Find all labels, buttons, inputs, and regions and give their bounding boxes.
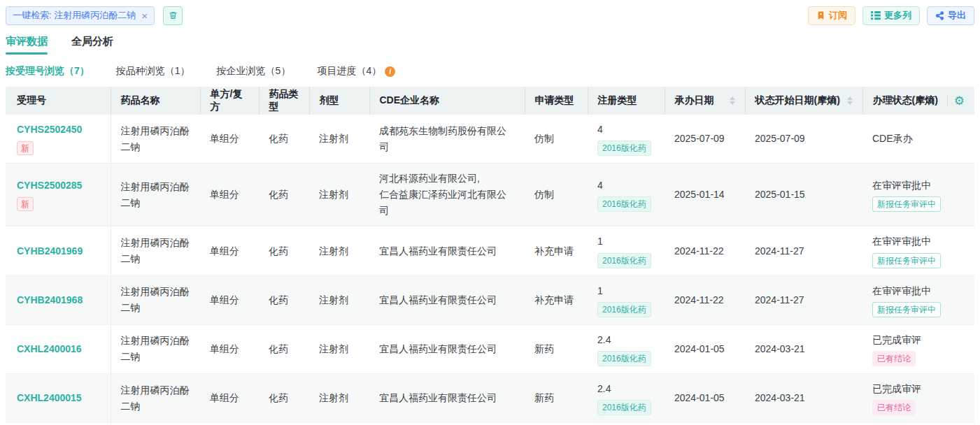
col-header-registration-type: 注册类型 (588, 87, 665, 115)
new-badge: 新 (17, 141, 34, 155)
dosage-form-cell: 注射剂 (309, 115, 369, 164)
company-cell: 成都苑东生物制药股份有限公司 (369, 115, 525, 164)
subtab-by-company-label: 按企业浏览（5） (217, 65, 291, 78)
acceptance-date-cell: 2025-01-14 (665, 164, 745, 226)
sort-carets-icon[interactable] (730, 96, 735, 105)
status-text: 在审评审批中 (872, 285, 931, 296)
status-badge: 已有结论 (872, 351, 916, 366)
acceptance-no-link[interactable]: CXHL2400015 (17, 390, 82, 406)
more-columns-button[interactable]: 更多列 (862, 6, 920, 25)
subtab-by-variety[interactable]: 按品种浏览（1） (116, 65, 190, 78)
acceptance-no-link[interactable]: CYHB2401968 (17, 292, 83, 308)
dosage-form-cell: 注射剂 (309, 324, 369, 373)
registration-tag: 2016版化药 (597, 302, 651, 317)
info-icon[interactable]: i (385, 66, 395, 77)
more-columns-label: 更多列 (884, 9, 911, 22)
drug-type-cell: 化药 (259, 374, 309, 423)
col-header-application-type: 申请类型 (525, 87, 588, 115)
registration-type-cell: 4 2016版化药 (588, 164, 665, 226)
page: 一键检索: 注射用磷丙泊酚二钠 × 订阅 更多列 导出 审评数据 (0, 0, 980, 425)
col-header-acceptance-date-label: 承办日期 (675, 94, 714, 107)
status-text: 已完成审评 (872, 334, 921, 345)
subtab-by-company[interactable]: 按企业浏览（5） (217, 65, 291, 78)
table-row: CYHS2502450 新 注射用磷丙泊酚二钠 单组分 化药 注射剂 成都苑东生… (6, 115, 974, 164)
col-header-acceptance-date: 承办日期 (665, 87, 745, 115)
composition-cell: 单组分 (200, 275, 259, 324)
sort-carets-icon[interactable] (847, 96, 853, 105)
col-header-composition: 单方/复方 (200, 87, 259, 115)
subtab-by-acceptance-no[interactable]: 按受理号浏览（7） (6, 65, 90, 78)
status-start-date-cell: 2025-01-15 (745, 164, 862, 226)
drug-name-cell: 注射用磷丙泊酚二钠 (111, 226, 200, 275)
tab-review-data[interactable]: 审评数据 (6, 35, 48, 55)
registration-type-cell: 2.4 2016版化药 (588, 324, 665, 373)
handling-status-cell: CDE承办 (862, 115, 974, 164)
table-row: CXHL2400015 注射用磷丙泊酚二钠 单组分 化药 注射剂 宜昌人福药业有… (6, 374, 974, 423)
registration-tag: 2016版化药 (597, 196, 651, 212)
acceptance-no-link[interactable]: CXHL2400016 (17, 341, 82, 357)
export-label: 导出 (948, 9, 966, 22)
tab-global-analysis[interactable]: 全局分析 (71, 35, 113, 55)
status-badge: 新报任务审评中 (872, 302, 941, 317)
composition-cell: 单组分 (200, 374, 259, 423)
company-cell: 宜昌人福药业有限责任公司 (369, 324, 525, 373)
status-start-date-cell: 2024-11-27 (745, 275, 862, 324)
col-header-acceptance-no: 受理号 (6, 87, 111, 115)
col-header-drug-type: 药品类型 (259, 87, 309, 115)
acceptance-date-cell: 2024-01-05 (665, 324, 745, 373)
topbar-left: 一键检索: 注射用磷丙泊酚二钠 × (6, 6, 183, 25)
registration-type-value: 1 (597, 236, 603, 247)
dosage-form-cell: 注射剂 (309, 226, 369, 275)
dosage-form-cell: 注射剂 (309, 164, 369, 226)
registration-tag: 2016版化药 (597, 400, 651, 415)
table-row: CYHB2401968 注射用磷丙泊酚二钠 单组分 化药 注射剂 宜昌人福药业有… (6, 275, 974, 324)
subtab-project-progress-label: 项目进度（4） (317, 65, 381, 78)
status-text: 在审评审批中 (872, 180, 931, 191)
col-header-status-start-date-label: 状态开始日期(摩熵) (755, 94, 840, 107)
registration-tag: 2016版化药 (597, 141, 651, 156)
drug-type-cell: 化药 (259, 275, 309, 324)
composition-cell: 单组分 (200, 115, 259, 164)
tab-review-data-label: 审评数据 (6, 35, 48, 47)
status-badge: 已有结论 (872, 400, 916, 415)
col-header-handling-status-label: 办理状态(摩熵) (873, 94, 938, 107)
subtab-by-variety-label: 按品种浏览（1） (116, 65, 190, 78)
list-columns-icon (871, 10, 881, 20)
new-badge: 新 (17, 197, 34, 211)
table-row: CYHS2500285 新 注射用磷丙泊酚二钠 单组分 化药 注射剂 河北科源药… (6, 164, 974, 226)
company-cell: 宜昌人福药业有限责任公司 (369, 226, 525, 275)
export-button[interactable]: 导出 (927, 6, 974, 25)
application-type-cell: 新药 (525, 374, 588, 423)
filter-tag-close-icon[interactable]: × (141, 10, 148, 21)
drug-name-cell: 注射用磷丙泊酚二钠 (111, 164, 200, 226)
dosage-form-cell: 注射剂 (309, 275, 369, 324)
drug-name-cell: 注射用磷丙泊酚二钠 (111, 374, 200, 423)
registration-type-value: 4 (597, 124, 603, 135)
col-header-dosage-form: 剂型 (309, 87, 369, 115)
filter-tag[interactable]: 一键检索: 注射用磷丙泊酚二钠 × (6, 6, 155, 25)
status-start-date-cell: 2024-11-27 (745, 226, 862, 275)
table-row: CXHL2400016 注射用磷丙泊酚二钠 单组分 化药 注射剂 宜昌人福药业有… (6, 324, 974, 373)
drug-type-cell: 化药 (259, 164, 309, 226)
subscribe-button[interactable]: 订阅 (808, 6, 855, 25)
application-type-cell: 补充申请 (525, 226, 588, 275)
table-row: CYHB2401969 注射用磷丙泊酚二钠 单组分 化药 注射剂 宜昌人福药业有… (6, 226, 974, 275)
review-table: 受理号 药品名称 单方/复方 药品类型 剂型 CDE企业名称 申请类型 注册类型… (6, 87, 974, 425)
acceptance-no-link[interactable]: CYHS2502450 (17, 122, 82, 138)
drug-type-cell: 化药 (259, 226, 309, 275)
acceptance-no-link[interactable]: CYHS2500285 (17, 178, 82, 194)
company-cell: 宜昌人福药业有限责任公司 (369, 374, 525, 423)
subtab-by-acceptance-no-label: 按受理号浏览（7） (6, 65, 90, 78)
handling-status-cell: 在审评审批中 新报任务审评中 (862, 164, 974, 226)
application-type-cell: 仿制 (525, 115, 588, 164)
registration-type-value: 2.4 (597, 334, 611, 345)
subtab-project-progress[interactable]: 项目进度（4） i (317, 65, 395, 78)
clear-filters-button[interactable] (163, 6, 183, 25)
subtabs: 按受理号浏览（7） 按品种浏览（1） 按企业浏览（5） 项目进度（4） i (6, 65, 974, 78)
status-start-date-cell: 2025-07-09 (745, 115, 862, 164)
share-icon (935, 11, 944, 20)
composition-cell: 单组分 (200, 226, 259, 275)
gear-icon[interactable]: ⚙ (954, 95, 965, 107)
topbar-right: 订阅 更多列 导出 (808, 6, 974, 25)
acceptance-no-link[interactable]: CYHB2401969 (17, 243, 83, 259)
